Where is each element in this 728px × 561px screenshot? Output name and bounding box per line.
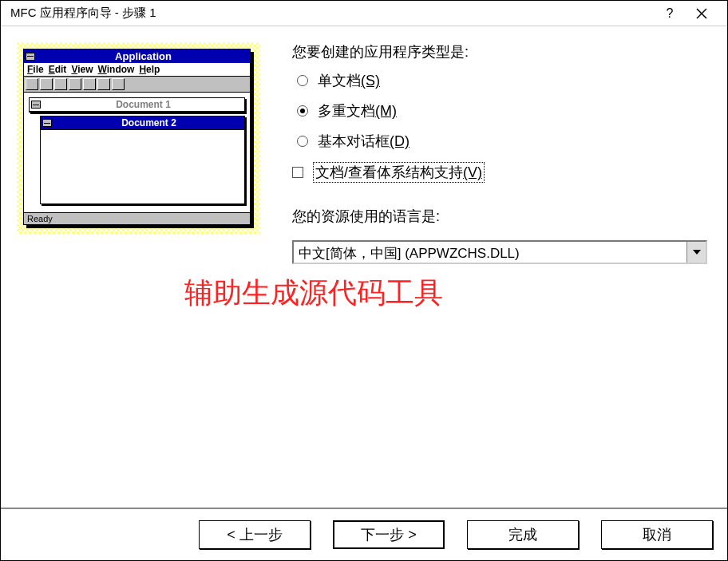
finish-button[interactable]: 完成 [467, 520, 579, 549]
close-icon [696, 8, 707, 19]
chevron-down-icon [693, 250, 701, 255]
back-button[interactable]: < 上一步 [199, 520, 311, 549]
checkbox-docview-label: 文档/查看体系结构支持(V) [313, 162, 485, 183]
mock-menubar: File Edit View Window Help [24, 63, 250, 77]
mock-sysmenu-icon [26, 53, 35, 61]
language-dropdown[interactable]: 中文[简体，中国] (APPWZCHS.DLL) [292, 240, 707, 264]
mock-app-title: Application [38, 50, 248, 62]
radio-multi-doc-label: 多重文档(M) [318, 101, 397, 120]
mock-doc2-title: Document 2 [55, 117, 243, 128]
mock-menu-edit: Edit [49, 64, 67, 75]
app-type-radio-group: 单文档(S) 多重文档(M) 基本对话框(D) [297, 71, 707, 151]
mock-toolbar-button [83, 78, 96, 90]
mock-sysmenu-icon [42, 119, 52, 127]
radio-single-doc[interactable]: 单文档(S) [297, 71, 707, 90]
mock-toolbar-button [40, 78, 53, 90]
language-selected-value: 中文[简体，中国] (APPWZCHS.DLL) [294, 242, 686, 263]
radio-icon [297, 75, 308, 86]
mock-doc2-titlebar: Document 2 [41, 117, 244, 130]
next-button[interactable]: 下一步 > [333, 520, 445, 549]
mock-titlebar: Application [24, 49, 250, 63]
mock-document-1: Document 1 [29, 97, 245, 113]
mock-document-2: Document 2 [40, 116, 245, 204]
options-panel: 您要创建的应用程序类型是: 单文档(S) 多重文档(M) 基本对话框(D) 文档… [260, 42, 707, 492]
app-mock: Application File Edit View Window Help [23, 49, 251, 225]
app-type-question: 您要创建的应用程序类型是: [292, 42, 707, 61]
help-button[interactable]: ? [654, 1, 686, 26]
language-question: 您的资源使用的语言是: [292, 207, 707, 226]
wizard-window: MFC 应用程序向导 - 步骤 1 ? Application File Edi… [0, 0, 728, 561]
radio-icon [297, 105, 308, 117]
preview-pane: Application File Edit View Window Help [17, 42, 260, 234]
wizard-body: Application File Edit View Window Help [1, 26, 727, 508]
mock-menu-help: Help [139, 64, 160, 75]
checkbox-icon [292, 167, 303, 178]
radio-multi-doc[interactable]: 多重文档(M) [297, 101, 707, 120]
svg-marker-2 [693, 250, 701, 255]
cancel-button[interactable]: 取消 [601, 520, 713, 549]
mock-toolbar-button [26, 78, 38, 90]
mock-sysmenu-icon [31, 101, 41, 109]
radio-dialog[interactable]: 基本对话框(D) [297, 132, 707, 151]
mock-doc2-body [41, 130, 244, 203]
wizard-footer: < 上一步 下一步 > 完成 取消 [1, 508, 727, 560]
radio-single-doc-label: 单文档(S) [318, 71, 380, 90]
mock-toolbar-button [69, 78, 81, 90]
mock-doc1-titlebar: Document 1 [30, 98, 244, 112]
mock-doc1-title: Document 1 [44, 99, 243, 110]
mock-menu-view: View [71, 64, 93, 75]
window-title: MFC 应用程序向导 - 步骤 1 [10, 6, 654, 21]
mock-toolbar-button [97, 78, 110, 90]
titlebar: MFC 应用程序向导 - 步骤 1 ? [1, 1, 727, 26]
annotation-overlay: 辅助生成源代码工具 [184, 274, 443, 313]
mock-statusbar: Ready [24, 212, 250, 224]
checkbox-docview-support[interactable]: 文档/查看体系结构支持(V) [292, 162, 707, 183]
mock-toolbar-button [54, 78, 67, 90]
radio-dialog-label: 基本对话框(D) [318, 132, 410, 151]
dropdown-button[interactable] [686, 242, 706, 263]
mock-toolbar [24, 77, 250, 93]
radio-icon [297, 136, 308, 147]
mock-client-area: Document 1 Document 2 [24, 93, 250, 212]
mock-menu-file: File [27, 64, 44, 75]
mock-menu-window: Window [98, 64, 135, 75]
close-button[interactable] [686, 1, 718, 26]
mock-toolbar-button [112, 78, 125, 90]
